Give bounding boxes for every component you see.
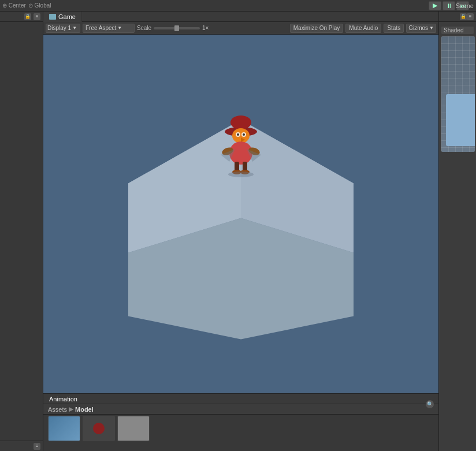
gizmos-dropdown-arrow: ▼: [429, 25, 434, 31]
asset-thumb-2[interactable]: [83, 416, 115, 441]
scene-label: Scene: [456, 2, 474, 9]
left-panel-header: 🔒 ≡: [0, 12, 43, 22]
game-viewport: [43, 35, 438, 393]
bottom-panel: Animation 🔍 Assets ▶ Model: [43, 393, 438, 451]
right-panel-header: 🔒 ≡: [439, 12, 476, 22]
gizmos-button[interactable]: Gizmos ▼: [406, 24, 436, 33]
asset-thumb-3[interactable]: [117, 416, 150, 441]
scale-slider-thumb: [174, 25, 179, 31]
lock-icon[interactable]: 🔒: [24, 13, 31, 20]
left-panel-footer: ≡: [0, 441, 43, 451]
maximize-button[interactable]: Maximize On Play: [290, 24, 344, 33]
play-button[interactable]: ▶: [429, 1, 441, 10]
top-toolbar: ⊕ Center ⊙ Global ▶ ⏸ ⏭ Scene: [0, 0, 476, 12]
game-tab[interactable]: Game: [43, 12, 82, 22]
mute-label: Mute Audio: [349, 25, 378, 31]
breadcrumb-arrow: ▶: [69, 405, 73, 413]
gizmos-label: Gizmos: [408, 25, 428, 31]
breadcrumb: Assets ▶ Model: [43, 404, 438, 415]
assets-content: [43, 415, 438, 442]
svg-point-21: [243, 133, 245, 136]
stats-label: Stats: [387, 25, 400, 31]
scene-preview: [441, 36, 475, 152]
right-lock-icon[interactable]: 🔒: [460, 13, 467, 20]
animation-tab[interactable]: Animation: [46, 396, 81, 402]
character: [215, 110, 267, 191]
scale-container: Scale 1×: [137, 25, 209, 31]
scale-value: 1×: [202, 25, 209, 31]
mute-button[interactable]: Mute Audio: [345, 24, 381, 33]
svg-point-5: [230, 115, 251, 129]
display-label: Display 1: [47, 25, 71, 31]
display-select[interactable]: Display 1 ▼: [46, 24, 80, 33]
center-area: Game Display 1 ▼ Free Aspect ▼ Scale 1×: [43, 12, 438, 451]
left-panel-content: [0, 22, 43, 441]
toolbar-left: ⊕ Center ⊙ Global: [2, 2, 51, 9]
pause-button[interactable]: ⏸: [442, 1, 455, 10]
asset-thumb-1[interactable]: [48, 416, 80, 441]
menu-icon[interactable]: ≡: [34, 13, 40, 20]
stats-button[interactable]: Stats: [384, 24, 404, 33]
right-menu-icon[interactable]: ≡: [467, 13, 474, 20]
aspect-dropdown-arrow: ▼: [117, 25, 122, 31]
global-label: ⊙ Global: [28, 2, 51, 9]
scene-tab-area: Shaded: [439, 22, 476, 154]
game-toolbar: Display 1 ▼ Free Aspect ▼ Scale 1× Maxim…: [43, 22, 438, 35]
search-button[interactable]: 🔍: [426, 400, 434, 408]
game-tab-icon: [49, 14, 56, 20]
breadcrumb-base: Assets: [48, 406, 67, 413]
scene-cube: [446, 94, 475, 146]
main-layout: 🔒 ≡ ≡ Game Display 1 ▼ Free Aspect ▼: [0, 12, 476, 451]
maximize-label: Maximize On Play: [293, 25, 340, 31]
right-panel: 🔒 ≡ Shaded: [438, 12, 476, 451]
aspect-select[interactable]: Free Aspect ▼: [83, 24, 135, 33]
breadcrumb-current: Model: [75, 406, 94, 413]
svg-point-15: [228, 172, 254, 177]
game-tab-label: Game: [58, 13, 76, 20]
center-label: ⊕ Center: [2, 2, 26, 9]
expand-icon[interactable]: ≡: [34, 443, 40, 450]
bottom-tab-bar: Animation 🔍: [43, 394, 438, 404]
game-tab-bar: Game: [43, 12, 438, 22]
shaded-button[interactable]: Shaded: [441, 27, 474, 34]
red-sphere: [93, 423, 105, 434]
scale-text: Scale: [137, 25, 151, 31]
left-panel: 🔒 ≡ ≡: [0, 12, 43, 451]
scale-slider[interactable]: [154, 27, 200, 29]
svg-point-20: [237, 133, 239, 136]
display-dropdown-arrow: ▼: [72, 25, 77, 31]
aspect-label: Free Aspect: [85, 25, 116, 31]
